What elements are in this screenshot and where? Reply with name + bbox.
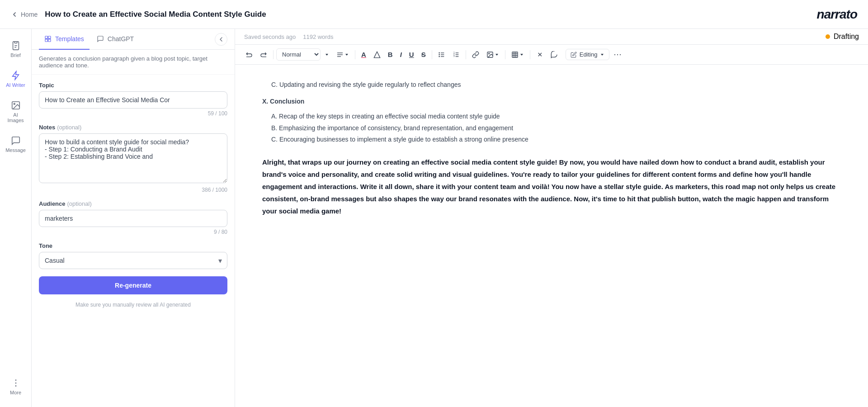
toolbar-divider-6 [530,50,530,59]
topic-input[interactable] [39,91,227,109]
clipboard-icon [11,41,21,51]
align-chevron-icon [344,52,349,57]
topic-field: Topic 59 / 100 [39,82,227,117]
status-dot [826,34,830,39]
link-icon [472,51,479,58]
outline-item-a: A. Recap of the key steps in creating an… [262,111,841,122]
svg-rect-29 [512,52,518,57]
bullet-list-button[interactable] [435,49,448,61]
highlight-icon [373,51,381,58]
more-icon [11,378,21,388]
comment-icon [551,51,558,58]
svg-point-20 [439,56,439,57]
conclusion-paragraph: Alright, that wraps up our journey on cr… [262,156,841,217]
formula-button[interactable] [533,49,547,61]
notes-label: Notes(optional) [39,124,227,131]
toolbar-divider-2 [355,50,355,59]
redo-button[interactable] [257,49,270,61]
regenerate-button[interactable]: Re-generate [39,276,227,294]
text-color-icon: A [361,51,366,58]
link-button[interactable] [469,49,482,61]
panel-footer-note: Make sure you manually review all AI gen… [39,302,227,315]
back-home-label: Home [21,11,38,18]
pencil-edit-icon [571,52,577,58]
svg-point-7 [15,385,16,387]
image-chevron-icon [495,52,499,57]
italic-icon: I [400,51,402,58]
image-button[interactable] [483,49,502,61]
format-dropdown-button[interactable] [321,50,332,59]
collapse-panel-button[interactable] [215,33,227,46]
status-label: Drafting [834,33,859,41]
editing-chevron-icon [600,52,604,57]
table-chevron-icon [519,52,524,57]
italic-button[interactable]: I [397,48,405,61]
numbered-list-button[interactable]: 123 [449,49,463,61]
tone-field: Tone Casual Formal Friendly Professional… [39,242,227,269]
table-button[interactable] [508,49,527,61]
numbered-list-icon: 123 [453,51,460,58]
text-color-button[interactable]: A [358,48,369,61]
sidebar-ai-images-label: AI Images [6,112,26,123]
undo-button[interactable] [242,49,256,61]
editing-label: Editing [580,51,598,58]
collapse-icon [218,37,224,42]
align-icon [336,51,344,58]
editor-meta: Saved seconds ago 1192 words [244,33,333,40]
saved-label: Saved seconds ago [244,33,296,40]
topic-label: Topic [39,82,227,89]
left-panel: Templates ChatGPT Generates a conclusion… [32,29,235,407]
chevron-down-icon [325,52,329,57]
bullet-list-icon [438,51,445,58]
section-x-heading: X. Conclusion [262,96,841,107]
doc-outline: C. Updating and revising the style guide… [262,79,841,145]
main-layout: Brief AI Writer AI Images Message More T… [0,29,868,407]
tone-select[interactable]: Casual Formal Friendly Professional Humo… [39,252,227,269]
tab-templates-label: Templates [55,35,84,43]
underline-button[interactable]: U [406,48,417,61]
tab-templates[interactable]: Templates [39,29,90,50]
bold-icon: B [388,51,393,58]
highlight-button[interactable] [370,49,384,61]
svg-rect-10 [45,39,47,42]
svg-rect-8 [45,36,47,38]
word-count: 1192 words [303,33,333,40]
undo-icon [245,51,253,58]
align-button[interactable] [333,49,352,61]
chatgpt-icon [97,35,104,43]
sidebar-item-message[interactable]: Message [2,131,29,157]
editor-content[interactable]: C. Updating and revising the style guide… [235,65,868,407]
outline-item-b: B. Emphasizing the importance of consist… [262,123,841,134]
sidebar-more-label: More [10,390,21,395]
panel-tabs: Templates ChatGPT [32,29,235,50]
back-arrow-icon [11,11,18,18]
formula-icon [536,51,543,58]
comment-button[interactable] [547,49,561,61]
panel-description: Generates a conclusion paragraph given a… [32,50,235,75]
svg-point-28 [488,53,489,54]
audience-field: Audience(optional) 9 / 80 [39,200,227,235]
notes-textarea[interactable] [39,133,227,183]
tab-chatgpt[interactable]: ChatGPT [91,29,139,50]
audience-label: Audience(optional) [39,200,227,207]
format-select[interactable]: Normal Heading 1 Heading 2 Heading 3 [276,48,321,61]
svg-text:3: 3 [453,55,455,57]
svg-point-19 [439,54,439,55]
more-toolbar-button[interactable]: ··· [610,47,625,62]
svg-rect-9 [48,36,51,38]
back-home-link[interactable]: Home [11,11,38,18]
outline-item-prev-c: C. Updating and revising the style guide… [262,79,841,90]
strikethrough-icon: S [421,51,426,58]
toolbar-divider-4 [466,50,466,59]
sidebar-item-brief[interactable]: Brief [2,36,29,62]
sidebar-item-ai-writer[interactable]: AI Writer [2,66,29,92]
sidebar-message-label: Message [5,147,26,153]
audience-input[interactable] [39,210,227,227]
notes-field: Notes(optional) 386 / 1000 [39,124,227,193]
sidebar-item-more[interactable]: More [2,374,29,400]
strikethrough-button[interactable]: S [418,48,429,61]
bold-button[interactable]: B [385,48,396,61]
sidebar-item-ai-images[interactable]: AI Images [2,96,29,128]
editor-topbar: Saved seconds ago 1192 words Drafting [235,29,868,45]
header-left: Home How to Create an Effective Social M… [11,10,266,19]
